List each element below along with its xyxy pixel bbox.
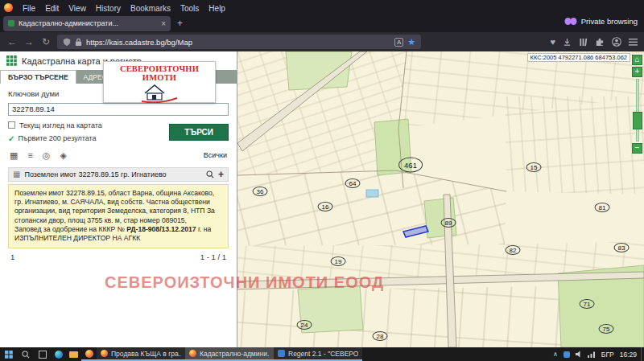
zoom-slider[interactable]	[636, 79, 639, 142]
tray-app-icon[interactable]	[564, 351, 570, 358]
task-view-icon[interactable]	[34, 347, 51, 361]
account-icon[interactable]	[612, 37, 621, 47]
order-number: РД-18-908/13.12.2017	[126, 225, 196, 233]
parcel-label-19[interactable]: 19	[331, 256, 346, 266]
all-results-link[interactable]: Всички	[204, 151, 227, 159]
taskbar-app-label: Кадастрално-админи...	[200, 350, 270, 358]
menu-tools[interactable]: Tools	[175, 4, 204, 13]
map-coordinates: ККС:2005 4792271.086 684753.062	[527, 53, 630, 62]
forward-icon[interactable]: →	[23, 36, 35, 47]
taskbar-app[interactable]: Кадастрално-админи...	[185, 347, 274, 361]
pocket-heart-icon[interactable]: ♥	[550, 38, 555, 47]
speaker-icon[interactable]	[576, 351, 582, 358]
firefox-logo-icon	[4, 3, 13, 12]
first-results-option[interactable]: ✓ Първите 200 резултата	[8, 134, 102, 143]
tray-caret-icon[interactable]: ∧	[553, 351, 558, 358]
zoom-out-button[interactable]: −	[632, 143, 642, 154]
tab-favicon-icon	[8, 20, 14, 27]
current-view-option[interactable]: Текущ изглед на картата	[8, 121, 102, 129]
library-icon[interactable]	[579, 38, 588, 47]
zoom-to-result-icon[interactable]	[206, 170, 214, 178]
extensions-puzzle-icon[interactable]	[595, 37, 605, 47]
agency-logo: СЕВЕРОИЗТОЧНИ ИМОТИ	[103, 61, 216, 103]
private-browsing-label: Private browsing	[581, 17, 638, 26]
cadastre-grid-icon	[6, 55, 17, 66]
back-icon[interactable]: ←	[6, 36, 18, 47]
url-bar[interactable]: https://kais.cadastre.bg/bg/Map A ★	[57, 35, 421, 49]
show-desktop-strip[interactable]	[641, 347, 644, 361]
firefox-taskbar-icon[interactable]	[81, 347, 97, 361]
network-icon[interactable]	[588, 351, 596, 358]
parcel-label-15[interactable]: 15	[526, 162, 542, 172]
menu-help[interactable]: Help	[204, 4, 230, 13]
zoom-in-button[interactable]: +	[632, 67, 642, 77]
result-tools-row: ▦ ≡ ◎ ◈ Всички	[8, 150, 229, 161]
parcel-label-36[interactable]: 36	[253, 187, 268, 196]
grid-view-icon[interactable]: ▦	[10, 150, 18, 161]
zoom-slider-handle[interactable]	[633, 112, 642, 129]
file-explorer-icon[interactable]	[66, 347, 81, 361]
parcel-label-83[interactable]: 83	[614, 243, 630, 252]
menu-history[interactable]: History	[91, 4, 126, 13]
layers-icon[interactable]: ◈	[60, 150, 66, 161]
browser-tab[interactable]: Кадастрално-администрати... ×	[3, 16, 171, 31]
private-browsing-badge: Private browsing	[564, 17, 638, 26]
parcel-label-64[interactable]: 64	[345, 178, 361, 188]
taskbar-app-label: Regent 2.1 - "СЕВЕРО...	[288, 350, 358, 358]
locate-pin-icon[interactable]: ◎	[43, 150, 51, 161]
result-title: Поземлен имот 32278.89.15 гр. Игнатиево	[24, 170, 202, 178]
parcel-label-16[interactable]: 16	[318, 202, 333, 211]
clock[interactable]: 16:29	[620, 351, 637, 359]
cadastral-map[interactable]: 46164151636898182831971242875 ККС:2005 4…	[237, 51, 644, 347]
agency-logo-text: СЕВЕРОИЗТОЧНИ ИМОТИ	[104, 64, 215, 82]
page-info: 1 - 1 / 1	[200, 252, 226, 261]
lock-icon	[75, 38, 82, 47]
menu-file[interactable]: File	[18, 4, 40, 13]
map-home-button[interactable]: ⌂	[632, 55, 642, 65]
parcel-label-82[interactable]: 82	[506, 245, 521, 255]
current-view-checkbox[interactable]	[8, 121, 15, 129]
page-number[interactable]: 1	[10, 252, 14, 261]
menu-bookmarks[interactable]: Bookmarks	[126, 4, 175, 13]
tab-close-icon[interactable]: ×	[161, 19, 166, 28]
tab-bar: Кадастрално-администрати... × + Private …	[0, 14, 644, 32]
result-header[interactable]: ▦ Поземлен имот 32278.89.15 гр. Игнатиев…	[8, 167, 229, 182]
search-button[interactable]: ТЪРСИ	[169, 124, 229, 141]
parcel-label-81[interactable]: 81	[595, 203, 610, 212]
result-detail[interactable]: Поземлен имот 32278.89.15, област Варна,…	[8, 184, 229, 248]
windows-taskbar: Продава КЪЩА в гра...Кадастрално-админи.…	[0, 347, 644, 361]
hamburger-menu-icon[interactable]	[629, 39, 638, 46]
language-indicator[interactable]: БГР	[601, 351, 614, 359]
check-icon: ✓	[8, 134, 14, 143]
parcel-grid-icon: ▦	[13, 170, 20, 178]
bookmark-star-icon[interactable]: ★	[407, 38, 415, 47]
menu-view[interactable]: View	[64, 4, 91, 13]
download-icon[interactable]	[563, 38, 572, 47]
reload-icon[interactable]: ↻	[40, 36, 52, 47]
taskbar-app[interactable]: Regent 2.1 - "СЕВЕРО...	[274, 347, 362, 361]
current-view-label: Текущ изглед на картата	[19, 121, 102, 129]
taskbar-app[interactable]: Продава КЪЩА в гра...	[97, 347, 185, 361]
firefox-icon	[189, 350, 196, 357]
parcel-label-461[interactable]: 461	[398, 158, 423, 173]
shield-icon[interactable]	[63, 38, 71, 47]
translate-icon[interactable]: A	[394, 38, 403, 47]
result-detail-text: Поземлен имот 32278.89.15, област Варна,…	[14, 189, 215, 224]
parcel-label-28[interactable]: 28	[373, 331, 388, 341]
add-result-icon[interactable]: +	[218, 170, 224, 179]
search-tab[interactable]: БЪРЗО ТЪРСЕНЕ	[0, 70, 76, 84]
new-tab-button[interactable]: +	[177, 18, 183, 29]
first-results-label: Първите 200 резултата	[18, 134, 96, 142]
start-button[interactable]	[0, 347, 17, 361]
taskbar-search-icon[interactable]	[17, 347, 34, 361]
firefox-icon	[101, 350, 108, 357]
parcel-label-89[interactable]: 89	[441, 218, 456, 228]
tab-title: Кадастрално-администрати...	[19, 19, 157, 27]
edge-icon[interactable]	[51, 347, 66, 361]
parcel-label-75[interactable]: 75	[599, 324, 614, 334]
parcel-label-71[interactable]: 71	[580, 299, 595, 309]
parcel-label-24[interactable]: 24	[297, 320, 312, 330]
list-view-icon[interactable]: ≡	[27, 150, 32, 160]
menu-edit[interactable]: Edit	[40, 4, 64, 13]
taskbar-windows: Продава КЪЩА в гра...Кадастрално-админи.…	[97, 347, 362, 361]
